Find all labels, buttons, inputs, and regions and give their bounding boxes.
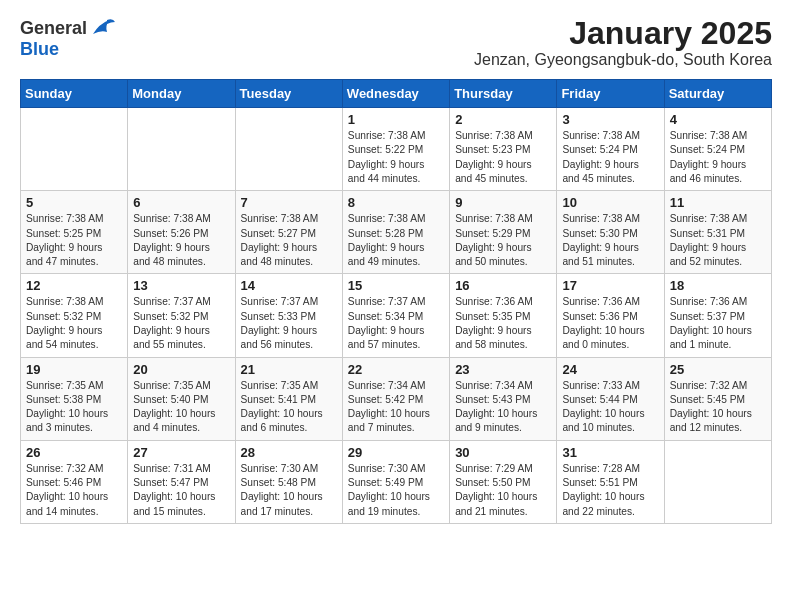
calendar-cell: 7Sunrise: 7:38 AM Sunset: 5:27 PM Daylig…: [235, 191, 342, 274]
day-number: 11: [670, 195, 766, 210]
day-number: 15: [348, 278, 444, 293]
day-number: 19: [26, 362, 122, 377]
day-info: Sunrise: 7:31 AM Sunset: 5:47 PM Dayligh…: [133, 462, 229, 519]
weekday-header-tuesday: Tuesday: [235, 80, 342, 108]
weekday-header-saturday: Saturday: [664, 80, 771, 108]
day-number: 23: [455, 362, 551, 377]
day-info: Sunrise: 7:38 AM Sunset: 5:25 PM Dayligh…: [26, 212, 122, 269]
day-info: Sunrise: 7:32 AM Sunset: 5:45 PM Dayligh…: [670, 379, 766, 436]
day-info: Sunrise: 7:38 AM Sunset: 5:28 PM Dayligh…: [348, 212, 444, 269]
calendar-cell: 18Sunrise: 7:36 AM Sunset: 5:37 PM Dayli…: [664, 274, 771, 357]
calendar-cell: 11Sunrise: 7:38 AM Sunset: 5:31 PM Dayli…: [664, 191, 771, 274]
day-number: 14: [241, 278, 337, 293]
day-number: 7: [241, 195, 337, 210]
day-number: 18: [670, 278, 766, 293]
day-info: Sunrise: 7:35 AM Sunset: 5:40 PM Dayligh…: [133, 379, 229, 436]
calendar-cell: [21, 108, 128, 191]
day-info: Sunrise: 7:38 AM Sunset: 5:30 PM Dayligh…: [562, 212, 658, 269]
day-info: Sunrise: 7:30 AM Sunset: 5:49 PM Dayligh…: [348, 462, 444, 519]
calendar-cell: [128, 108, 235, 191]
calendar-cell: 31Sunrise: 7:28 AM Sunset: 5:51 PM Dayli…: [557, 440, 664, 523]
day-info: Sunrise: 7:38 AM Sunset: 5:22 PM Dayligh…: [348, 129, 444, 186]
calendar-cell: 21Sunrise: 7:35 AM Sunset: 5:41 PM Dayli…: [235, 357, 342, 440]
day-number: 12: [26, 278, 122, 293]
calendar-cell: 25Sunrise: 7:32 AM Sunset: 5:45 PM Dayli…: [664, 357, 771, 440]
calendar-cell: 1Sunrise: 7:38 AM Sunset: 5:22 PM Daylig…: [342, 108, 449, 191]
logo-bird-icon: [89, 16, 117, 40]
header: General Blue January 2025 Jenzan, Gyeong…: [20, 16, 772, 69]
calendar-cell: 3Sunrise: 7:38 AM Sunset: 5:24 PM Daylig…: [557, 108, 664, 191]
day-info: Sunrise: 7:30 AM Sunset: 5:48 PM Dayligh…: [241, 462, 337, 519]
weekday-header-monday: Monday: [128, 80, 235, 108]
day-number: 20: [133, 362, 229, 377]
day-number: 1: [348, 112, 444, 127]
calendar-week-row: 26Sunrise: 7:32 AM Sunset: 5:46 PM Dayli…: [21, 440, 772, 523]
day-info: Sunrise: 7:37 AM Sunset: 5:34 PM Dayligh…: [348, 295, 444, 352]
calendar-cell: 6Sunrise: 7:38 AM Sunset: 5:26 PM Daylig…: [128, 191, 235, 274]
logo-blue-text: Blue: [20, 39, 59, 59]
calendar-cell: 26Sunrise: 7:32 AM Sunset: 5:46 PM Dayli…: [21, 440, 128, 523]
day-number: 30: [455, 445, 551, 460]
day-number: 5: [26, 195, 122, 210]
calendar-cell: 4Sunrise: 7:38 AM Sunset: 5:24 PM Daylig…: [664, 108, 771, 191]
calendar-title: January 2025: [474, 16, 772, 51]
day-info: Sunrise: 7:36 AM Sunset: 5:37 PM Dayligh…: [670, 295, 766, 352]
calendar-cell: 27Sunrise: 7:31 AM Sunset: 5:47 PM Dayli…: [128, 440, 235, 523]
calendar-cell: 15Sunrise: 7:37 AM Sunset: 5:34 PM Dayli…: [342, 274, 449, 357]
day-info: Sunrise: 7:36 AM Sunset: 5:36 PM Dayligh…: [562, 295, 658, 352]
day-number: 3: [562, 112, 658, 127]
calendar-table: SundayMondayTuesdayWednesdayThursdayFrid…: [20, 79, 772, 524]
calendar-cell: [664, 440, 771, 523]
day-info: Sunrise: 7:35 AM Sunset: 5:41 PM Dayligh…: [241, 379, 337, 436]
calendar-cell: 23Sunrise: 7:34 AM Sunset: 5:43 PM Dayli…: [450, 357, 557, 440]
logo-general-text: General: [20, 19, 87, 37]
day-info: Sunrise: 7:38 AM Sunset: 5:27 PM Dayligh…: [241, 212, 337, 269]
day-info: Sunrise: 7:34 AM Sunset: 5:42 PM Dayligh…: [348, 379, 444, 436]
day-number: 21: [241, 362, 337, 377]
day-number: 28: [241, 445, 337, 460]
day-info: Sunrise: 7:38 AM Sunset: 5:24 PM Dayligh…: [670, 129, 766, 186]
day-number: 25: [670, 362, 766, 377]
calendar-cell: 29Sunrise: 7:30 AM Sunset: 5:49 PM Dayli…: [342, 440, 449, 523]
calendar-cell: 16Sunrise: 7:36 AM Sunset: 5:35 PM Dayli…: [450, 274, 557, 357]
calendar-cell: 24Sunrise: 7:33 AM Sunset: 5:44 PM Dayli…: [557, 357, 664, 440]
calendar-cell: 20Sunrise: 7:35 AM Sunset: 5:40 PM Dayli…: [128, 357, 235, 440]
calendar-week-row: 12Sunrise: 7:38 AM Sunset: 5:32 PM Dayli…: [21, 274, 772, 357]
weekday-header-row: SundayMondayTuesdayWednesdayThursdayFrid…: [21, 80, 772, 108]
calendar-cell: 5Sunrise: 7:38 AM Sunset: 5:25 PM Daylig…: [21, 191, 128, 274]
day-info: Sunrise: 7:37 AM Sunset: 5:32 PM Dayligh…: [133, 295, 229, 352]
day-info: Sunrise: 7:34 AM Sunset: 5:43 PM Dayligh…: [455, 379, 551, 436]
day-number: 2: [455, 112, 551, 127]
day-info: Sunrise: 7:33 AM Sunset: 5:44 PM Dayligh…: [562, 379, 658, 436]
calendar-cell: 14Sunrise: 7:37 AM Sunset: 5:33 PM Dayli…: [235, 274, 342, 357]
day-info: Sunrise: 7:38 AM Sunset: 5:26 PM Dayligh…: [133, 212, 229, 269]
calendar-cell: 17Sunrise: 7:36 AM Sunset: 5:36 PM Dayli…: [557, 274, 664, 357]
day-number: 17: [562, 278, 658, 293]
day-number: 6: [133, 195, 229, 210]
day-info: Sunrise: 7:28 AM Sunset: 5:51 PM Dayligh…: [562, 462, 658, 519]
calendar-cell: 9Sunrise: 7:38 AM Sunset: 5:29 PM Daylig…: [450, 191, 557, 274]
day-info: Sunrise: 7:38 AM Sunset: 5:24 PM Dayligh…: [562, 129, 658, 186]
calendar-week-row: 5Sunrise: 7:38 AM Sunset: 5:25 PM Daylig…: [21, 191, 772, 274]
calendar-cell: 22Sunrise: 7:34 AM Sunset: 5:42 PM Dayli…: [342, 357, 449, 440]
day-number: 8: [348, 195, 444, 210]
day-info: Sunrise: 7:35 AM Sunset: 5:38 PM Dayligh…: [26, 379, 122, 436]
logo: General Blue: [20, 16, 117, 59]
calendar-cell: 19Sunrise: 7:35 AM Sunset: 5:38 PM Dayli…: [21, 357, 128, 440]
calendar-cell: 28Sunrise: 7:30 AM Sunset: 5:48 PM Dayli…: [235, 440, 342, 523]
day-info: Sunrise: 7:38 AM Sunset: 5:29 PM Dayligh…: [455, 212, 551, 269]
day-number: 29: [348, 445, 444, 460]
day-info: Sunrise: 7:37 AM Sunset: 5:33 PM Dayligh…: [241, 295, 337, 352]
day-number: 27: [133, 445, 229, 460]
weekday-header-friday: Friday: [557, 80, 664, 108]
day-number: 9: [455, 195, 551, 210]
calendar-week-row: 1Sunrise: 7:38 AM Sunset: 5:22 PM Daylig…: [21, 108, 772, 191]
title-area: January 2025 Jenzan, Gyeongsangbuk-do, S…: [474, 16, 772, 69]
day-info: Sunrise: 7:38 AM Sunset: 5:23 PM Dayligh…: [455, 129, 551, 186]
calendar-cell: 12Sunrise: 7:38 AM Sunset: 5:32 PM Dayli…: [21, 274, 128, 357]
day-info: Sunrise: 7:29 AM Sunset: 5:50 PM Dayligh…: [455, 462, 551, 519]
calendar-subtitle: Jenzan, Gyeongsangbuk-do, South Korea: [474, 51, 772, 69]
calendar-cell: 13Sunrise: 7:37 AM Sunset: 5:32 PM Dayli…: [128, 274, 235, 357]
day-number: 13: [133, 278, 229, 293]
day-number: 31: [562, 445, 658, 460]
